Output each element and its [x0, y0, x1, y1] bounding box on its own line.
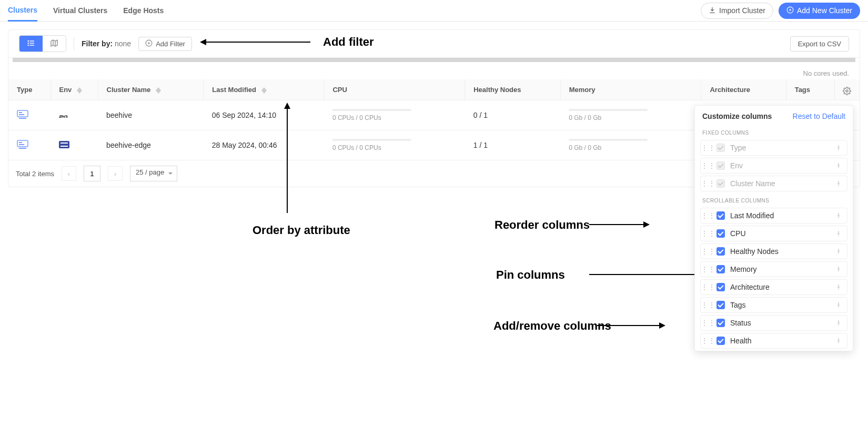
env-edge-icon	[59, 141, 69, 148]
checkbox[interactable]	[716, 301, 725, 309]
column-item-status[interactable]: ⋮⋮ Status	[700, 315, 847, 331]
pin-icon[interactable]	[834, 337, 843, 345]
checkbox	[716, 161, 725, 170]
drag-handle-icon[interactable]: ⋮⋮	[705, 144, 711, 152]
column-label: Health	[730, 337, 829, 345]
svg-point-4	[28, 40, 28, 41]
annotation-add-remove-columns: Add/remove columns	[493, 319, 611, 333]
drag-handle-icon[interactable]: ⋮⋮	[705, 319, 711, 327]
column-label: Type	[730, 144, 829, 152]
reset-to-default-button[interactable]: Reset to Default	[793, 112, 845, 120]
column-item-healthy-nodes[interactable]: ⋮⋮ Healthy Nodes	[700, 243, 847, 259]
checkbox[interactable]	[716, 319, 725, 327]
checkbox[interactable]	[716, 265, 725, 273]
checkbox[interactable]	[716, 337, 725, 345]
column-item-cluster-name[interactable]: ⋮⋮ Cluster Name	[700, 176, 847, 191]
tab-clusters[interactable]: Clusters	[8, 0, 37, 22]
drag-handle-icon[interactable]: ⋮⋮	[705, 337, 711, 345]
col-cpu[interactable]: CPU	[324, 79, 465, 100]
export-csv-button[interactable]: Export to CSV	[790, 36, 849, 52]
col-env[interactable]: Env	[51, 79, 98, 100]
horizontal-scrollbar[interactable]	[13, 58, 855, 62]
column-item-last-modified[interactable]: ⋮⋮ Last Modified	[700, 208, 847, 223]
page-input[interactable]	[84, 166, 100, 181]
col-memory[interactable]: Memory	[560, 79, 701, 100]
drag-handle-icon[interactable]: ⋮⋮	[705, 179, 711, 188]
pin-icon[interactable]	[834, 319, 843, 327]
col-cluster-name[interactable]: Cluster Name	[98, 79, 204, 100]
col-env-label: Env	[59, 86, 72, 94]
svg-rect-12	[17, 110, 28, 117]
chevron-left-icon: ‹	[68, 170, 70, 178]
map-view-button[interactable]	[43, 36, 66, 52]
pin-icon[interactable]	[834, 283, 843, 291]
prev-page-button[interactable]: ‹	[62, 166, 76, 181]
svg-rect-18	[19, 142, 22, 143]
popover-title: Customize columns	[702, 112, 772, 120]
add-new-cluster-button[interactable]: Add New Cluster	[779, 3, 860, 19]
next-page-button[interactable]: ›	[108, 166, 123, 181]
col-tags[interactable]: Tags	[786, 79, 834, 100]
drag-handle-icon[interactable]: ⋮⋮	[705, 283, 711, 291]
svg-marker-40	[659, 322, 665, 329]
column-item-type[interactable]: ⋮⋮ Type	[700, 140, 847, 156]
pin-icon[interactable]	[834, 265, 843, 273]
col-healthy-nodes[interactable]: Healthy Nodes	[465, 79, 560, 100]
sort-icon	[261, 87, 267, 94]
page-size-select[interactable]: 25 / page	[130, 166, 177, 181]
column-label: Memory	[730, 265, 829, 273]
svg-marker-7	[51, 40, 57, 46]
checkbox[interactable]	[716, 211, 725, 220]
add-filter-button[interactable]: Add Filter	[138, 37, 192, 51]
drag-handle-icon[interactable]: ⋮⋮	[705, 211, 711, 220]
no-cores-label: No cores used.	[8, 65, 860, 79]
col-architecture[interactable]: Architecture	[701, 79, 786, 100]
annotation-pin-columns: Pin columns	[496, 268, 565, 282]
tab-virtual-clusters[interactable]: Virtual Clusters	[53, 0, 107, 22]
pin-icon[interactable]	[834, 211, 843, 220]
drag-handle-icon[interactable]: ⋮⋮	[705, 229, 711, 238]
import-icon	[709, 6, 716, 15]
scrollable-columns-label: SCROLLABLE COLUMNS	[695, 194, 853, 206]
pin-icon[interactable]	[834, 144, 843, 152]
drag-handle-icon[interactable]: ⋮⋮	[705, 265, 711, 273]
drag-handle-icon[interactable]: ⋮⋮	[705, 301, 711, 309]
tab-edge-hosts[interactable]: Edge Hosts	[123, 0, 164, 22]
pin-icon[interactable]	[834, 161, 843, 170]
column-label: Cluster Name	[730, 179, 829, 188]
drag-handle-icon[interactable]: ⋮⋮	[705, 161, 711, 170]
customize-columns-button[interactable]	[840, 84, 854, 98]
chevron-right-icon: ›	[114, 170, 116, 178]
import-cluster-button[interactable]: Import Cluster	[701, 3, 773, 19]
last-modified: 06 Sep 2024, 14:10	[204, 100, 324, 130]
list-view-button[interactable]	[19, 36, 43, 52]
svg-rect-14	[19, 112, 22, 113]
checkbox[interactable]	[716, 229, 725, 238]
pin-icon[interactable]	[834, 247, 843, 256]
checkbox[interactable]	[716, 283, 725, 291]
column-item-tags[interactable]: ⋮⋮ Tags	[700, 297, 847, 313]
healthy-nodes: 0 / 1	[465, 100, 560, 130]
last-modified: 28 May 2024, 00:46	[204, 130, 324, 160]
col-last-modified[interactable]: Last Modified	[204, 79, 324, 100]
column-item-env[interactable]: ⋮⋮ Env	[700, 158, 847, 174]
column-item-cpu[interactable]: ⋮⋮ CPU	[700, 226, 847, 241]
svg-marker-36	[643, 221, 650, 228]
memory-text: 0 Gb / 0 Gb	[569, 114, 693, 121]
column-item-architecture[interactable]: ⋮⋮ Architecture	[700, 279, 847, 295]
col-type[interactable]: Type	[8, 79, 51, 100]
drag-handle-icon[interactable]: ⋮⋮	[705, 247, 711, 256]
svg-point-11	[846, 90, 848, 92]
column-item-health[interactable]: ⋮⋮ Health	[700, 333, 847, 349]
pin-icon[interactable]	[834, 179, 843, 188]
arrow-add-remove-columns	[597, 321, 665, 330]
pin-icon[interactable]	[834, 229, 843, 238]
pin-icon[interactable]	[834, 301, 843, 309]
add-new-cluster-label: Add New Cluster	[797, 6, 852, 15]
toolbar-separator	[74, 37, 74, 50]
env-aws-icon: aws	[59, 113, 67, 119]
column-item-memory[interactable]: ⋮⋮ Memory	[700, 261, 847, 277]
checkbox[interactable]	[716, 247, 725, 256]
column-label: Status	[730, 319, 829, 327]
filter-by-value: none	[115, 39, 131, 48]
